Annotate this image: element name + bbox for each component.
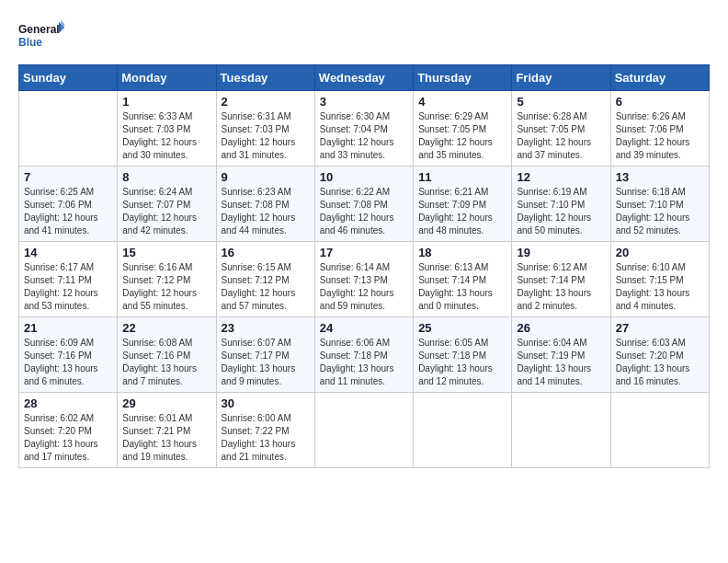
day-info: Sunrise: 6:22 AMSunset: 7:08 PMDaylight:… <box>320 186 408 237</box>
day-number: 28 <box>24 396 112 410</box>
day-number: 18 <box>418 246 506 259</box>
week-row-3: 14Sunrise: 6:17 AMSunset: 7:11 PMDayligh… <box>19 242 710 317</box>
day-info: Sunrise: 6:06 AMSunset: 7:18 PMDaylight:… <box>320 337 408 388</box>
day-cell: 12Sunrise: 6:19 AMSunset: 7:10 PMDayligh… <box>512 167 610 242</box>
day-number: 23 <box>222 321 310 335</box>
day-info: Sunrise: 6:16 AMSunset: 7:12 PMDaylight:… <box>122 261 210 313</box>
day-info: Sunrise: 6:04 AMSunset: 7:19 PMDaylight:… <box>517 337 605 388</box>
day-cell <box>610 393 709 468</box>
day-cell: 19Sunrise: 6:12 AMSunset: 7:14 PMDayligh… <box>512 242 610 317</box>
day-number: 19 <box>517 246 605 259</box>
day-cell: 10Sunrise: 6:22 AMSunset: 7:08 PMDayligh… <box>314 167 413 242</box>
day-number: 22 <box>122 321 210 335</box>
day-info: Sunrise: 6:17 AMSunset: 7:11 PMDaylight:… <box>24 261 112 313</box>
col-header-thursday: Thursday <box>414 65 512 91</box>
col-header-monday: Monday <box>118 65 216 91</box>
day-info: Sunrise: 6:02 AMSunset: 7:20 PMDaylight:… <box>24 412 112 464</box>
day-info: Sunrise: 6:12 AMSunset: 7:14 PMDaylight:… <box>517 261 605 313</box>
day-info: Sunrise: 6:14 AMSunset: 7:13 PMDaylight:… <box>320 261 408 313</box>
day-number: 9 <box>222 170 310 184</box>
day-info: Sunrise: 6:05 AMSunset: 7:18 PMDaylight:… <box>418 337 506 388</box>
day-number: 29 <box>122 396 210 410</box>
day-cell: 6Sunrise: 6:26 AMSunset: 7:06 PMDaylight… <box>610 91 709 167</box>
day-number: 20 <box>616 246 704 259</box>
day-cell: 18Sunrise: 6:13 AMSunset: 7:14 PMDayligh… <box>414 242 512 317</box>
day-number: 8 <box>122 170 210 184</box>
day-number: 21 <box>24 321 112 335</box>
day-number: 30 <box>222 396 310 410</box>
svg-marker-3 <box>61 20 64 31</box>
day-info: Sunrise: 6:19 AMSunset: 7:10 PMDaylight:… <box>517 186 605 237</box>
day-cell: 14Sunrise: 6:17 AMSunset: 7:11 PMDayligh… <box>19 242 118 317</box>
day-number: 11 <box>418 170 506 184</box>
col-header-tuesday: Tuesday <box>216 65 314 91</box>
svg-text:Blue: Blue <box>18 36 42 49</box>
day-cell: 29Sunrise: 6:01 AMSunset: 7:21 PMDayligh… <box>118 393 216 468</box>
day-number: 7 <box>24 170 112 184</box>
day-cell: 1Sunrise: 6:33 AMSunset: 7:03 PMDaylight… <box>118 91 216 167</box>
day-cell: 24Sunrise: 6:06 AMSunset: 7:18 PMDayligh… <box>314 317 413 393</box>
day-number: 13 <box>616 170 704 184</box>
day-cell: 25Sunrise: 6:05 AMSunset: 7:18 PMDayligh… <box>414 317 512 393</box>
day-number: 17 <box>320 246 408 259</box>
day-info: Sunrise: 6:18 AMSunset: 7:10 PMDaylight:… <box>616 186 704 237</box>
day-cell: 21Sunrise: 6:09 AMSunset: 7:16 PMDayligh… <box>19 317 118 393</box>
day-cell: 16Sunrise: 6:15 AMSunset: 7:12 PMDayligh… <box>216 242 314 317</box>
day-info: Sunrise: 6:28 AMSunset: 7:05 PMDaylight:… <box>517 110 605 162</box>
day-cell: 22Sunrise: 6:08 AMSunset: 7:16 PMDayligh… <box>118 317 216 393</box>
day-number: 12 <box>517 170 605 184</box>
day-info: Sunrise: 6:10 AMSunset: 7:15 PMDaylight:… <box>616 261 704 313</box>
day-number: 24 <box>320 321 408 335</box>
day-info: Sunrise: 6:26 AMSunset: 7:06 PMDaylight:… <box>616 110 704 162</box>
day-number: 14 <box>24 246 112 259</box>
week-row-1: 1Sunrise: 6:33 AMSunset: 7:03 PMDaylight… <box>19 91 710 167</box>
day-info: Sunrise: 6:24 AMSunset: 7:07 PMDaylight:… <box>122 186 210 237</box>
day-cell: 2Sunrise: 6:31 AMSunset: 7:03 PMDaylight… <box>216 91 314 167</box>
day-cell: 9Sunrise: 6:23 AMSunset: 7:08 PMDaylight… <box>216 167 314 242</box>
day-info: Sunrise: 6:15 AMSunset: 7:12 PMDaylight:… <box>222 261 310 313</box>
day-info: Sunrise: 6:30 AMSunset: 7:04 PMDaylight:… <box>320 110 408 162</box>
day-cell: 27Sunrise: 6:03 AMSunset: 7:20 PMDayligh… <box>610 317 709 393</box>
day-cell: 30Sunrise: 6:00 AMSunset: 7:22 PMDayligh… <box>216 393 314 468</box>
day-number: 3 <box>320 95 408 109</box>
day-number: 10 <box>320 170 408 184</box>
day-cell <box>314 393 413 468</box>
day-cell: 11Sunrise: 6:21 AMSunset: 7:09 PMDayligh… <box>414 167 512 242</box>
week-row-5: 28Sunrise: 6:02 AMSunset: 7:20 PMDayligh… <box>19 393 710 468</box>
day-cell: 15Sunrise: 6:16 AMSunset: 7:12 PMDayligh… <box>118 242 216 317</box>
day-cell: 26Sunrise: 6:04 AMSunset: 7:19 PMDayligh… <box>512 317 610 393</box>
week-row-2: 7Sunrise: 6:25 AMSunset: 7:06 PMDaylight… <box>19 167 710 242</box>
day-info: Sunrise: 6:29 AMSunset: 7:05 PMDaylight:… <box>418 110 506 162</box>
col-header-sunday: Sunday <box>19 65 118 91</box>
day-info: Sunrise: 6:23 AMSunset: 7:08 PMDaylight:… <box>222 186 310 237</box>
col-header-saturday: Saturday <box>610 65 709 91</box>
day-cell: 3Sunrise: 6:30 AMSunset: 7:04 PMDaylight… <box>314 91 413 167</box>
day-cell: 13Sunrise: 6:18 AMSunset: 7:10 PMDayligh… <box>610 167 709 242</box>
svg-text:General: General <box>18 23 60 36</box>
week-row-4: 21Sunrise: 6:09 AMSunset: 7:16 PMDayligh… <box>19 317 710 393</box>
header-row: SundayMondayTuesdayWednesdayThursdayFrid… <box>19 65 710 91</box>
logo: General Blue <box>18 18 64 55</box>
day-number: 1 <box>122 95 210 109</box>
day-number: 5 <box>517 95 605 109</box>
day-number: 25 <box>418 321 506 335</box>
calendar-table: SundayMondayTuesdayWednesdayThursdayFrid… <box>18 64 710 468</box>
day-info: Sunrise: 6:21 AMSunset: 7:09 PMDaylight:… <box>418 186 506 237</box>
col-header-friday: Friday <box>512 65 610 91</box>
day-number: 16 <box>222 246 310 259</box>
day-cell: 7Sunrise: 6:25 AMSunset: 7:06 PMDaylight… <box>19 167 118 242</box>
day-info: Sunrise: 6:03 AMSunset: 7:20 PMDaylight:… <box>616 337 704 388</box>
day-info: Sunrise: 6:33 AMSunset: 7:03 PMDaylight:… <box>122 110 210 162</box>
day-cell: 23Sunrise: 6:07 AMSunset: 7:17 PMDayligh… <box>216 317 314 393</box>
day-cell <box>414 393 512 468</box>
day-number: 4 <box>418 95 506 109</box>
day-cell: 17Sunrise: 6:14 AMSunset: 7:13 PMDayligh… <box>314 242 413 317</box>
col-header-wednesday: Wednesday <box>314 65 413 91</box>
day-number: 15 <box>122 246 210 259</box>
day-info: Sunrise: 6:07 AMSunset: 7:17 PMDaylight:… <box>222 337 310 388</box>
day-info: Sunrise: 6:08 AMSunset: 7:16 PMDaylight:… <box>122 337 210 388</box>
day-info: Sunrise: 6:01 AMSunset: 7:21 PMDaylight:… <box>122 412 210 464</box>
logo-svg: General Blue <box>18 18 64 55</box>
day-cell <box>19 91 118 167</box>
day-cell <box>512 393 610 468</box>
